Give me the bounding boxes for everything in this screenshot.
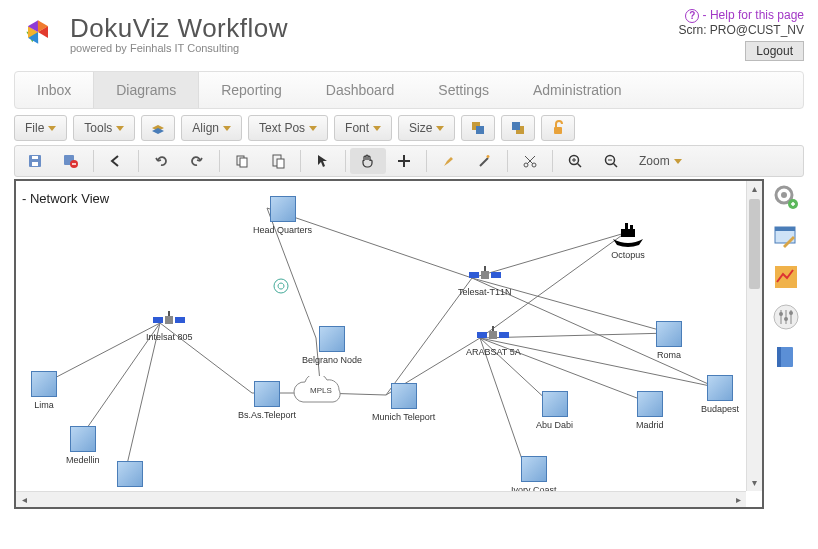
- node-madrid[interactable]: Madrid: [636, 391, 664, 430]
- nav-diagrams[interactable]: Diagrams: [93, 72, 199, 108]
- scroll-up-icon[interactable]: ▴: [747, 181, 762, 197]
- building-icon: [270, 196, 296, 222]
- nav-administration[interactable]: Administration: [511, 72, 644, 108]
- node-ivorycoast[interactable]: Ivory Coast: [511, 456, 557, 495]
- align-menu[interactable]: Align: [181, 115, 242, 141]
- magic-tool[interactable]: [467, 148, 503, 174]
- pointer-icon: [315, 153, 331, 169]
- zoom-in-button[interactable]: [557, 148, 593, 174]
- diagram-canvas[interactable]: - Network View Head QuartersIntelsat 805…: [14, 179, 764, 509]
- svg-rect-46: [484, 266, 486, 271]
- scroll-right-icon[interactable]: ▸: [730, 492, 746, 507]
- nav-dashboard[interactable]: Dashboard: [304, 72, 417, 108]
- scrollbar-horizontal[interactable]: ◂▸: [16, 491, 746, 507]
- building-icon: [319, 326, 345, 352]
- brush-icon: [441, 153, 457, 169]
- help-link[interactable]: - Help for this page: [703, 8, 804, 22]
- nav-reporting[interactable]: Reporting: [199, 72, 304, 108]
- help-icon[interactable]: ?: [685, 9, 699, 23]
- svg-rect-48: [499, 332, 509, 338]
- node-roma[interactable]: Roma: [656, 321, 682, 360]
- scrollbar-vertical[interactable]: ▴▾: [746, 181, 762, 491]
- svg-rect-50: [492, 326, 494, 331]
- zoom-out-icon: [603, 153, 619, 169]
- node-intelsat[interactable]: Intelsat 805: [146, 311, 193, 342]
- svg-rect-53: [630, 225, 633, 229]
- side-book[interactable]: [772, 343, 800, 371]
- nav-settings[interactable]: Settings: [416, 72, 511, 108]
- node-budapest[interactable]: Budapest: [701, 375, 739, 414]
- node-telesat[interactable]: Telesat-T11N: [458, 266, 512, 297]
- svg-rect-11: [240, 158, 247, 167]
- size-menu[interactable]: Size: [398, 115, 455, 141]
- panel-edit-icon: [773, 224, 799, 250]
- svg-point-61: [779, 312, 783, 316]
- add-node-tool[interactable]: [386, 148, 422, 174]
- sliders-icon: [773, 304, 799, 330]
- unlock-icon: [550, 120, 566, 136]
- cut-tool[interactable]: [512, 148, 548, 174]
- side-chart-panel[interactable]: [772, 263, 800, 291]
- node-arabsat[interactable]: ARABSAT 5A: [466, 326, 521, 357]
- zoom-menu[interactable]: Zoom: [629, 148, 692, 174]
- save-button[interactable]: [17, 148, 53, 174]
- node-bsasteleport[interactable]: Bs.As.Teleport: [238, 381, 296, 420]
- zoom-out-button[interactable]: [593, 148, 629, 174]
- file-menu[interactable]: File: [14, 115, 67, 141]
- tools-menu[interactable]: Tools: [73, 115, 135, 141]
- building-icon: [656, 321, 682, 347]
- font-menu[interactable]: Font: [334, 115, 392, 141]
- node-label: Telesat-T11N: [458, 287, 512, 297]
- send-back-button[interactable]: [501, 115, 535, 141]
- save-delete-icon: [63, 153, 79, 169]
- copy-button[interactable]: [224, 148, 260, 174]
- caret-down-icon: [48, 126, 56, 131]
- scissors-icon: [522, 153, 538, 169]
- pan-tool[interactable]: [350, 148, 386, 174]
- brush-tool[interactable]: [431, 148, 467, 174]
- bring-front-button[interactable]: [461, 115, 495, 141]
- delete-save-button[interactable]: [53, 148, 89, 174]
- header-right: ? - Help for this page Scrn: PRO@CUST_NV…: [678, 8, 804, 61]
- layer-button[interactable]: [141, 115, 175, 141]
- node-mpls[interactable]: MPLS: [291, 376, 351, 410]
- side-panel-edit[interactable]: [772, 223, 800, 251]
- node-hq[interactable]: Head Quarters: [253, 196, 312, 235]
- node-label: Head Quarters: [253, 225, 312, 235]
- svg-rect-7: [32, 156, 38, 159]
- scroll-thumb[interactable]: [749, 199, 760, 289]
- side-sliders[interactable]: [772, 303, 800, 331]
- textpos-menu[interactable]: Text Pos: [248, 115, 328, 141]
- node-label: Madrid: [636, 420, 664, 430]
- zoom-in-icon: [567, 153, 583, 169]
- back-button[interactable]: [98, 148, 134, 174]
- svg-rect-42: [168, 311, 170, 316]
- logout-button[interactable]: Logout: [745, 41, 804, 61]
- scroll-down-icon[interactable]: ▾: [747, 475, 762, 491]
- node-abudabi[interactable]: Abu Dabi: [536, 391, 573, 430]
- side-settings-add[interactable]: [772, 183, 800, 211]
- redo-button[interactable]: [179, 148, 215, 174]
- svg-point-55: [781, 192, 787, 198]
- nav-inbox[interactable]: Inbox: [15, 72, 93, 108]
- svg-line-20: [45, 323, 160, 383]
- building-icon: [117, 461, 143, 487]
- undo-button[interactable]: [143, 148, 179, 174]
- node-medellin[interactable]: Medellin: [66, 426, 100, 465]
- book-icon: [773, 344, 799, 370]
- pointer-tool[interactable]: [305, 148, 341, 174]
- node-lima[interactable]: Lima: [31, 371, 57, 410]
- scroll-left-icon[interactable]: ◂: [16, 492, 32, 507]
- node-munich[interactable]: Munich Teleport: [372, 383, 435, 422]
- paste-button[interactable]: [260, 148, 296, 174]
- node-octopus[interactable]: Octopus: [611, 221, 645, 260]
- node-label: Abu Dabi: [536, 420, 573, 430]
- svg-line-22: [125, 323, 160, 473]
- node-belgrano[interactable]: Belgrano Node: [302, 326, 362, 365]
- unlock-button[interactable]: [541, 115, 575, 141]
- redo-icon: [189, 153, 205, 169]
- building-icon: [707, 375, 733, 401]
- arrow-left-icon: [108, 153, 124, 169]
- node-label: Medellin: [66, 455, 100, 465]
- node-label: Munich Teleport: [372, 412, 435, 422]
